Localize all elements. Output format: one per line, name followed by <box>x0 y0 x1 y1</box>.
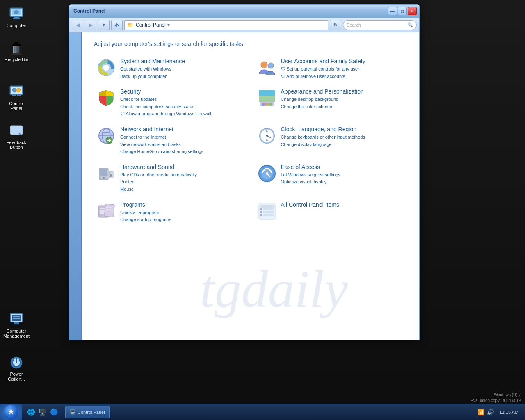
network-content: Network and Internet Connect to the Inte… <box>120 126 244 155</box>
watermark: tgdaily <box>200 258 348 320</box>
network-title[interactable]: Network and Internet <box>120 126 244 132</box>
taskbar-control-panel-btn[interactable]: 🖥️ Control Panel <box>65 406 110 418</box>
programs-link-2[interactable]: Change startup programs <box>120 216 244 224</box>
user-title[interactable]: User Accounts and Family Safety <box>281 58 405 64</box>
security-content: Security Check for updates Check this co… <box>120 88 244 118</box>
clock-time: 11:15 AM <box>500 410 518 415</box>
taskbar: 🌐 🖥️ 🔵 🖥️ Control Panel 📶 🔊 11:15 AM <box>0 404 525 420</box>
svg-point-16 <box>12 88 16 92</box>
system-link-2[interactable]: Back up your computer <box>120 73 244 80</box>
ease-link-2[interactable]: Optimize visual display <box>281 178 405 186</box>
comp-mgmt-label: Computer Management <box>3 329 30 338</box>
control-panel-icon <box>8 84 25 100</box>
refresh-button[interactable]: ↻ <box>330 20 341 30</box>
hardware-icon <box>96 164 116 183</box>
network-icon <box>96 126 116 146</box>
win7-text: Windows (R) 7 <box>494 393 521 397</box>
programs-link-1[interactable]: Uninstall a program <box>120 209 244 217</box>
forward-button[interactable]: ▶ <box>85 20 96 30</box>
system-icon <box>96 58 116 78</box>
desktop-icon-recycle-bin[interactable]: Recycle Bin <box>2 38 31 64</box>
clock-title[interactable]: Clock, Language, and Region <box>281 126 405 132</box>
up-button[interactable] <box>111 20 123 30</box>
title-bar: Control Panel — □ ✕ <box>69 5 419 18</box>
svg-text:12: 12 <box>265 139 268 141</box>
security-link-1[interactable]: Check for updates <box>120 96 244 103</box>
svg-point-63 <box>103 177 105 179</box>
ie-icon[interactable]: 🌐 <box>26 407 36 417</box>
user-accounts-icon <box>257 58 277 78</box>
category-hardware[interactable]: Hardware and Sound Play CDs or other med… <box>94 161 247 196</box>
svg-rect-79 <box>260 208 262 210</box>
maximize-button[interactable]: □ <box>398 7 407 15</box>
power-icon <box>8 354 25 371</box>
network-tray-icon[interactable]: 🖥️ <box>38 407 48 417</box>
computer-label: Computer <box>7 23 26 28</box>
recent-button[interactable]: ▾ <box>98 20 110 30</box>
hardware-link-1[interactable]: Play CDs or other media automatically <box>120 171 244 179</box>
ease-title[interactable]: Ease of Access <box>281 164 405 170</box>
close-button[interactable]: ✕ <box>408 7 417 15</box>
svg-point-34 <box>16 358 17 359</box>
back-button[interactable]: ◀ <box>72 20 83 30</box>
minimize-button[interactable]: — <box>388 7 397 15</box>
security-link-3[interactable]: 🛡 Allow a program through Windows Firewa… <box>120 110 244 118</box>
svg-rect-78 <box>260 205 274 208</box>
category-all-items[interactable]: All Control Panel Items <box>255 199 407 226</box>
desktop-icon-control-panel[interactable]: Control Panel <box>2 82 31 112</box>
desktop-icon-computer[interactable]: Computer <box>2 4 31 30</box>
security-link-2[interactable]: Check this computer's security status <box>120 103 244 111</box>
svg-text:12: 12 <box>265 130 268 132</box>
svg-rect-30 <box>14 322 19 324</box>
svg-rect-19 <box>17 95 21 96</box>
desktop-icon-power[interactable]: Power Option... <box>2 353 31 383</box>
feedback-label: Feedback Button <box>4 140 29 150</box>
toolbar: ◀ ▶ ▾ 📁 Control Panel ▾ ↻ Search 🔍 <box>69 18 419 32</box>
network-link-2[interactable]: View network status and tasks <box>120 141 244 148</box>
start-button[interactable] <box>0 404 22 420</box>
appearance-title[interactable]: Appearance and Personalization <box>281 88 405 95</box>
taskbar-tray: 📶 🔊 11:15 AM <box>474 409 525 415</box>
category-user-accounts[interactable]: User Accounts and Family Safety 🛡 Set up… <box>255 55 407 82</box>
svg-rect-62 <box>100 169 107 176</box>
address-text: Control Panel <box>136 22 166 28</box>
clock[interactable]: 11:15 AM <box>496 410 522 415</box>
svg-rect-80 <box>263 208 274 210</box>
appearance-link-1[interactable]: Change desktop background <box>281 96 405 103</box>
browser-icon[interactable]: 🔵 <box>49 407 59 417</box>
category-system[interactable]: System and Maintenance Get started with … <box>94 55 247 82</box>
tray-network-icon[interactable]: 📶 <box>477 409 484 415</box>
tray-volume-icon[interactable]: 🔊 <box>487 409 494 415</box>
user-link-2[interactable]: 🛡 Add or remove user accounts <box>281 73 405 80</box>
clock-link-1[interactable]: Change keyboards or other input methods <box>281 134 405 141</box>
network-link-3[interactable]: Change HomeGroup and sharing settings <box>120 148 244 155</box>
desktop-icon-feedback[interactable]: Feedback Button <box>2 121 31 151</box>
category-ease[interactable]: Ease of Access Let Windows suggest setti… <box>255 161 407 196</box>
security-title[interactable]: Security <box>120 88 244 95</box>
clock-icon: 12 12 <box>257 126 277 146</box>
appearance-link-2[interactable]: Change the color scheme <box>281 103 405 111</box>
ease-link-1[interactable]: Let Windows suggest settings <box>281 171 405 179</box>
system-title[interactable]: System and Maintenance <box>120 58 244 64</box>
user-link-1[interactable]: 🛡 Set up parental controls for any user <box>281 66 405 73</box>
network-link-1[interactable]: Connect to the Internet <box>120 134 244 141</box>
clock-link-2[interactable]: Change display language <box>281 141 405 148</box>
category-network[interactable]: Network and Internet Connect to the Inte… <box>94 123 247 158</box>
taskbar-cp-label: Control Panel <box>78 410 105 415</box>
hardware-link-3[interactable]: Mouse <box>120 186 244 193</box>
address-bar[interactable]: 📁 Control Panel ▾ <box>124 20 328 30</box>
desktop: Computer Recycle Bin <box>0 0 525 420</box>
category-security[interactable]: Security Check for updates Check this co… <box>94 86 247 120</box>
all-items-title[interactable]: All Control Panel Items <box>281 201 405 208</box>
taskbar-middle: 🌐 🖥️ 🔵 🖥️ Control Panel <box>22 404 474 420</box>
desktop-icon-comp-mgmt[interactable]: Computer Management <box>2 310 31 340</box>
hardware-title[interactable]: Hardware and Sound <box>120 164 244 170</box>
hardware-link-2[interactable]: Printer <box>120 178 244 186</box>
category-clock[interactable]: 12 12 Clock, Language, and Region Change… <box>255 123 407 158</box>
svg-rect-2 <box>14 17 19 18</box>
search-box[interactable]: Search 🔍 <box>343 20 417 30</box>
system-link-1[interactable]: Get started with Windows <box>120 66 244 73</box>
programs-title[interactable]: Programs <box>120 201 244 208</box>
category-appearance[interactable]: Appearance and Personalization Change de… <box>255 86 407 120</box>
category-programs[interactable]: Programs Uninstall a program Change star… <box>94 199 247 226</box>
